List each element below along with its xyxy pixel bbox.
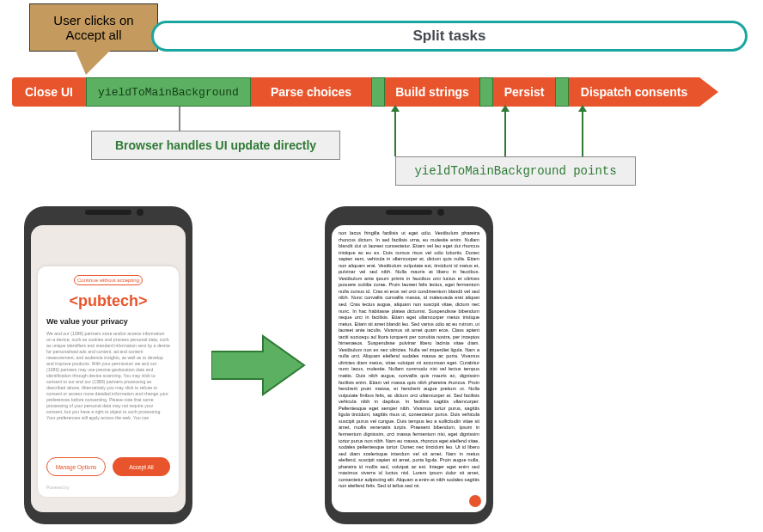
powered-by-label: Powered by — [46, 485, 69, 490]
callout-tail — [76, 51, 110, 75]
consent-buttons: Manage Options Accept All — [46, 457, 170, 476]
timeline: Close UI yieldToMainBackground Parse cho… — [12, 77, 718, 107]
split-tasks-label: Split tasks — [412, 28, 485, 45]
consent-card: Continue without accepting <pubtech> We … — [38, 266, 179, 497]
yield-arrow-2 — [504, 110, 506, 156]
phone-after: non lacus fringilla facilisis ut eget od… — [325, 206, 493, 524]
accept-all-label: Accept All — [129, 464, 154, 470]
timeline-yield-point-2 — [479, 77, 493, 107]
timeline-persist: Persist — [493, 77, 555, 107]
phones-section: Continue without accepting <pubtech> We … — [24, 206, 493, 524]
svg-marker-0 — [211, 336, 304, 394]
callout-accept-all: User clicks on Accept all — [29, 3, 158, 52]
timeline-yield-main: yieldToMainBackground — [86, 77, 251, 107]
transition-arrow-icon — [211, 331, 306, 400]
timeline-arrowhead-icon — [699, 77, 718, 107]
continue-without-accepting-button[interactable]: Continue without accepting — [74, 275, 143, 285]
annotation-yield-points-text: yieldToMainBackground points — [414, 164, 616, 178]
connector-line-1 — [179, 107, 180, 131]
timeline-build-strings: Build strings — [385, 77, 479, 107]
phone-notch — [85, 210, 131, 215]
phone-before: Continue without accepting <pubtech> We … — [24, 206, 192, 524]
timeline-dispatch-consents: Dispatch consents — [569, 77, 699, 107]
split-tasks-header: Split tasks — [151, 21, 748, 52]
phone-notch-2 — [386, 210, 432, 215]
phone-after-screen: non lacus fringilla facilisis ut eget od… — [332, 225, 486, 512]
timeline-yield-point-3 — [555, 77, 569, 107]
annotation-yield-points: yieldToMainBackground points — [395, 156, 636, 186]
pubtech-logo: <pubtech> — [46, 292, 170, 310]
timeline-yield-point-1 — [371, 77, 385, 107]
article-body-text: non lacus fringilla facilisis ut eget od… — [339, 230, 479, 488]
annotation-browser-update: Browser handles UI update directly — [91, 131, 340, 160]
phone-before-screen: Continue without accepting <pubtech> We … — [31, 225, 186, 512]
timeline-close-ui: Close UI — [12, 77, 86, 107]
yield-arrow-1 — [394, 110, 396, 156]
callout-text: User clicks on Accept all — [34, 13, 154, 42]
consent-body-text: We and our (1389) partners store and/or … — [46, 331, 170, 425]
accept-all-button[interactable]: Accept All — [113, 457, 170, 476]
floating-action-button[interactable] — [469, 495, 481, 507]
consent-title: We value your privacy — [46, 317, 170, 326]
manage-options-button[interactable]: Manage Options — [46, 457, 106, 476]
annotation-browser-update-text: Browser handles UI update directly — [115, 138, 316, 152]
timeline-parse-choices: Parse choices — [251, 77, 371, 107]
continue-label: Continue without accepting — [77, 278, 139, 283]
manage-options-label: Manage Options — [56, 464, 97, 470]
yield-arrow-3 — [582, 110, 583, 156]
